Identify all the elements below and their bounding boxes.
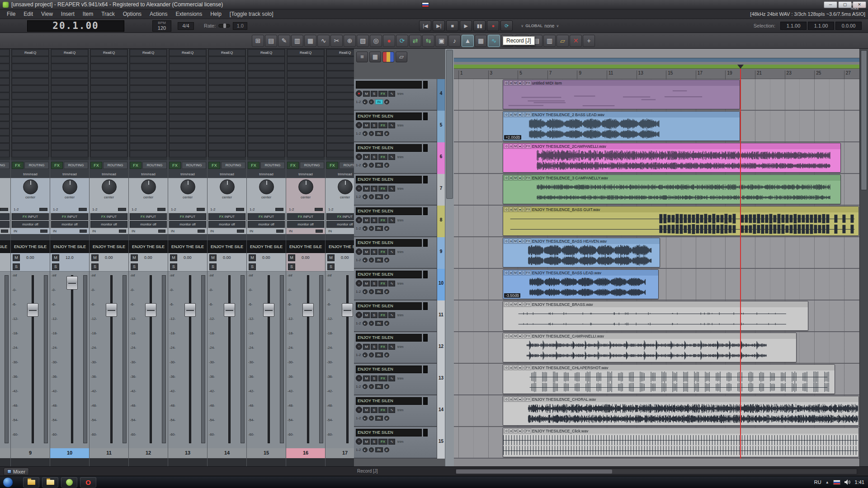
input-button[interactable]: IN	[375, 131, 383, 136]
fx-insert-empty[interactable]	[248, 100, 285, 107]
mute-button[interactable]: M	[209, 254, 217, 261]
fx-button[interactable]: FX	[378, 281, 387, 286]
minimize-button[interactable]: ─	[824, 1, 837, 8]
routing-button[interactable]: ROUTING	[300, 162, 324, 169]
record-arm-button[interactable]	[356, 280, 362, 286]
track-name-field[interactable]: ENJOY THE SILE	[286, 240, 325, 253]
note-icon[interactable]: ●	[518, 112, 522, 117]
solo-button[interactable]: S	[371, 217, 377, 223]
fx-insert-empty[interactable]	[51, 64, 88, 70]
phase-button[interactable]: ø	[384, 447, 389, 452]
input-select-button[interactable]: IN	[0, 228, 10, 234]
input-button[interactable]: IN	[375, 258, 383, 263]
track-panel-11[interactable]: ENJOY THE SILENMSFX∿trim1-2▸▪INø11	[354, 300, 454, 332]
track-number[interactable]: 9	[11, 448, 50, 458]
properties-icon[interactable]: i	[522, 428, 525, 433]
fx-insert-empty[interactable]	[90, 122, 127, 128]
input-select-button[interactable]: IN	[208, 228, 246, 234]
tcp-scrollbar-thumb[interactable]	[446, 50, 453, 199]
track-name-field[interactable]: ENJOY THE SILEN	[356, 176, 422, 183]
volume-icon[interactable]	[844, 479, 851, 485]
tcp-scrollbar[interactable]	[445, 49, 454, 466]
fx-insert-empty[interactable]	[12, 71, 49, 78]
monitor-button[interactable]: monitor off	[326, 221, 354, 228]
fx-insert-empty[interactable]	[130, 93, 167, 99]
track-panel-8[interactable]: ENJOY THE SILENMSFX∿trim1-2▸▪INø8	[354, 206, 454, 237]
fx-insert-empty[interactable]	[12, 78, 49, 85]
mute-button[interactable]: M	[249, 254, 256, 261]
fx-insert-reaeq[interactable]: ReaEQ	[208, 49, 245, 56]
menu-insert[interactable]: Insert	[57, 10, 79, 18]
pan-mini-knob[interactable]: ▪	[369, 321, 374, 326]
crosshair-icon[interactable]: +	[583, 35, 595, 47]
folder-icon[interactable]: ▱	[557, 35, 569, 47]
loop-source-icon[interactable]: ⊙	[504, 144, 509, 149]
automation-mode-button[interactable]: trim/read	[168, 171, 207, 178]
monitor-button[interactable]: monitor off	[51, 221, 88, 228]
input-button[interactable]: IN	[375, 226, 383, 231]
track-number[interactable]: 8	[0, 448, 10, 458]
fx-button[interactable]: FX	[12, 162, 24, 169]
fx-insert-empty[interactable]	[0, 85, 9, 92]
loop-source-icon[interactable]: ⊙	[504, 239, 509, 244]
phase-button[interactable]: ø	[384, 163, 389, 168]
repeat-button[interactable]: ⟳	[500, 20, 513, 31]
track-number[interactable]: 10	[50, 448, 89, 458]
loop-source-icon[interactable]: ⊙	[504, 175, 509, 180]
selection-length[interactable]: 0.0.00	[835, 22, 862, 30]
phase-button[interactable]: ø	[384, 416, 389, 421]
fx-insert-empty[interactable]	[51, 85, 88, 92]
volume-fader[interactable]	[66, 276, 78, 290]
fx-insert-empty[interactable]	[287, 143, 324, 150]
fx-insert-empty[interactable]	[326, 78, 354, 85]
fx-insert-empty[interactable]	[287, 122, 324, 128]
mute-icon[interactable]: M	[513, 239, 518, 244]
note-icon[interactable]: ●	[518, 144, 522, 149]
fx-icon[interactable]: FX	[525, 80, 531, 85]
solo-button[interactable]: S	[371, 186, 377, 192]
input-button[interactable]: IN	[375, 416, 383, 421]
mute-icon[interactable]: M	[513, 428, 518, 433]
fx-input-button[interactable]: FX INPUT	[169, 213, 206, 220]
routing-button[interactable]: ROUTING	[103, 162, 127, 169]
loop-source-icon[interactable]: ⊙	[504, 207, 509, 212]
channel-count[interactable]: 1-2	[50, 206, 89, 213]
fx-icon[interactable]: FX	[525, 397, 531, 402]
routing-button[interactable]: ROUTING	[339, 162, 354, 169]
mixer-strip-14[interactable]: ReaEQFXROUTINGtrim/readcenter1-2FX INPUT…	[208, 49, 247, 466]
env-button[interactable]: ▸	[363, 194, 368, 199]
grid-edit-icon[interactable]: ▦	[369, 52, 381, 62]
lock-icon[interactable]: a	[509, 428, 513, 433]
mixer-strip-16[interactable]: ReaEQFXROUTINGtrim/readcenter1-2FX INPUT…	[286, 49, 326, 466]
pan-knob[interactable]	[180, 179, 195, 194]
track-name-field[interactable]: ENJOY THE SILE	[247, 240, 286, 253]
fx-button[interactable]: FX	[378, 407, 387, 413]
phase-button[interactable]: ø	[384, 352, 389, 357]
properties-icon[interactable]: i	[522, 365, 525, 370]
volume-fader[interactable]	[263, 303, 274, 317]
input-select-button[interactable]: IN	[286, 228, 325, 234]
fx-icon[interactable]: FX	[525, 144, 531, 149]
fx-insert-empty[interactable]	[51, 100, 88, 107]
fx-insert-reaeq[interactable]: ReaEQ	[287, 49, 324, 56]
menu-extensions[interactable]: Extensions	[171, 10, 206, 18]
media-item[interactable]: ⊙aM●iFXENJOY THESILENCE_2 BASS LEAD.wav+…	[503, 111, 740, 141]
fx-insert-empty[interactable]	[208, 71, 245, 78]
mixer-strip-10[interactable]: ReaEQFXROUTINGtrim/readcenter1-2FX INPUT…	[50, 49, 90, 466]
mute-button[interactable]: M	[13, 254, 20, 261]
fx-insert-empty[interactable]	[326, 129, 354, 136]
fx-insert-empty[interactable]	[208, 56, 245, 63]
mute-button[interactable]: M	[170, 254, 177, 261]
pan-knob[interactable]	[298, 179, 313, 194]
fx-insert-empty[interactable]	[248, 129, 285, 136]
fx-insert-empty[interactable]	[287, 93, 324, 99]
mixer-strip-8[interactable]: ReaEQFXROUTINGtrim/readcenter1-2FX INPUT…	[0, 49, 11, 466]
fx-icon[interactable]: FX	[525, 239, 531, 244]
ripple-edit-icon[interactable]: ∿	[488, 35, 500, 47]
track-panel-5[interactable]: ENJOY THE SILENMSFX∿trim1-2▸▪INø5	[354, 111, 454, 142]
explorer-taskbar-icon[interactable]	[23, 477, 39, 488]
fx-input-button[interactable]: FX INPUT	[130, 213, 167, 220]
properties-icon[interactable]: i	[522, 302, 525, 307]
automation-mode-button[interactable]: trim/read	[247, 171, 286, 178]
fx-insert-empty[interactable]	[0, 129, 9, 136]
